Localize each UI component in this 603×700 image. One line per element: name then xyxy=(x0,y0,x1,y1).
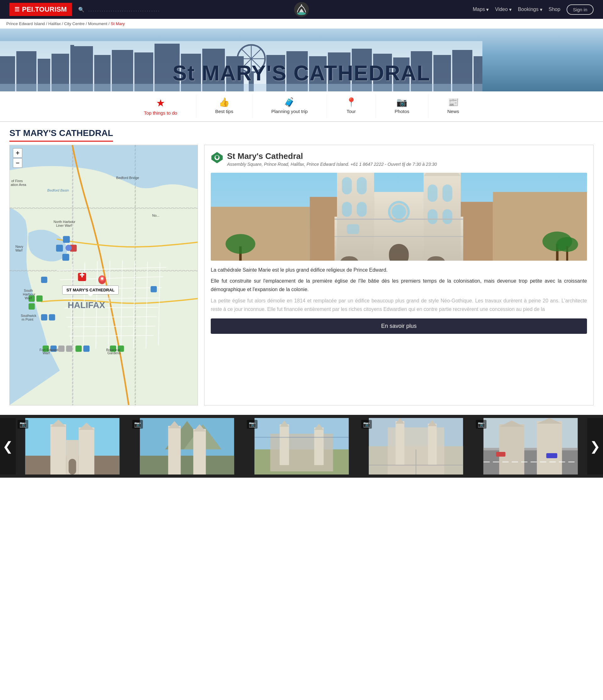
nav-video-arrow: ▾ xyxy=(509,7,511,12)
svg-rect-54 xyxy=(58,346,65,352)
map-marker-icon: 📍 xyxy=(346,97,357,107)
tab-photos[interactable]: 📷 Photos xyxy=(376,95,429,118)
search-icon: 🔍 xyxy=(78,7,84,12)
svg-rect-149 xyxy=(396,421,404,465)
svg-rect-89 xyxy=(211,207,310,261)
nav-shop-label: Shop xyxy=(549,7,560,12)
read-more-button[interactable]: En savoir plus xyxy=(211,319,587,334)
breadcrumb-monument[interactable]: Monument xyxy=(88,21,107,26)
svg-rect-112 xyxy=(427,185,437,202)
main-nav: Maps ▾ Video ▾ Bookings ▾ Shop Sign in xyxy=(473,4,594,15)
gallery-item[interactable]: 📷 xyxy=(359,418,473,475)
info-card-text-header: St Mary's Cathedral Assembly Square, Pri… xyxy=(227,151,437,168)
gallery-img-2 xyxy=(130,418,244,475)
hero-section: St MARY'S CATHEDRAL xyxy=(0,29,603,92)
zoom-in-button[interactable]: + xyxy=(13,148,22,158)
nav-shop[interactable]: Shop xyxy=(549,7,560,12)
logo-svg xyxy=(292,2,311,17)
svg-rect-65 xyxy=(81,273,83,277)
gallery-next-button[interactable]: ❯ xyxy=(587,418,603,475)
camera-overlay-icon-2: 📷 xyxy=(132,420,143,429)
info-card-description: La cathédrale Sainte Marie est le plus g… xyxy=(211,266,587,314)
svg-rect-134 xyxy=(168,426,181,475)
svg-rect-59 xyxy=(49,314,55,321)
breadcrumb: Prince Edward Island / Halifax / City Ce… xyxy=(0,19,603,29)
cathedral-illustration xyxy=(211,173,587,261)
nav-video-label: Video xyxy=(495,7,508,12)
svg-text:South: South xyxy=(24,289,33,292)
search-input[interactable] xyxy=(88,7,399,12)
gallery-prev-button[interactable]: ❮ xyxy=(0,418,16,475)
svg-rect-107 xyxy=(342,202,352,217)
star-icon: ★ xyxy=(156,97,165,109)
svg-rect-49 xyxy=(29,303,35,310)
map-marker-label: ST MARY'S CATHEDRAL xyxy=(62,285,118,295)
gallery-item[interactable]: 📷 xyxy=(245,418,358,475)
svg-rect-108 xyxy=(357,202,367,217)
gallery-item[interactable]: 📷 xyxy=(474,418,587,475)
tab-tour[interactable]: 📍 Tour xyxy=(327,95,376,118)
svg-text:Southwick: Southwick xyxy=(21,314,36,318)
svg-rect-164 xyxy=(547,453,557,458)
svg-text:Liner Warf: Liner Warf xyxy=(56,224,72,227)
svg-rect-145 xyxy=(254,437,349,438)
tab-news[interactable]: 📰 News xyxy=(428,95,478,118)
svg-text:HALIFAX: HALIFAX xyxy=(68,300,105,310)
svg-rect-40 xyxy=(56,245,63,252)
zoom-out-button[interactable]: − xyxy=(13,158,22,168)
gallery-item[interactable]: 📷 xyxy=(130,418,244,475)
svg-rect-126 xyxy=(78,427,94,475)
suitcase-icon: 🧳 xyxy=(284,97,295,107)
hero-title: St MARY'S CATHEDRAL xyxy=(172,60,430,92)
breadcrumb-sep1: / xyxy=(46,21,48,26)
svg-rect-115 xyxy=(443,209,453,224)
tab-best-tips[interactable]: 👍 Best tips xyxy=(196,95,252,118)
svg-rect-43 xyxy=(65,245,72,251)
svg-rect-150 xyxy=(428,424,437,465)
tab-top-things-label: Top things to do xyxy=(144,110,177,116)
svg-marker-111 xyxy=(424,173,461,176)
tab-top-things[interactable]: ★ Top things to do xyxy=(125,95,196,118)
cathedral-address: Assembly Square, Prince Road, Halifax, P… xyxy=(227,161,437,168)
menu-icon[interactable]: ☰ xyxy=(15,6,20,13)
sign-in-button[interactable]: Sign in xyxy=(567,4,594,15)
camera-overlay-icon-3: 📷 xyxy=(247,420,257,429)
breadcrumb-current: St Mary xyxy=(110,21,125,26)
svg-rect-39 xyxy=(63,236,70,243)
header: ☰ PEI.TOURISM 🔍 Maps ▾ Video ▾ Bookings … xyxy=(0,0,603,19)
svg-rect-114 xyxy=(427,209,437,224)
breadcrumb-pei[interactable]: Prince Edward Island xyxy=(6,21,45,26)
map-svg: Bedford Bridge Bedford Basin North Harbo… xyxy=(10,145,198,405)
breadcrumb-halifax[interactable]: Halifax xyxy=(48,21,61,26)
gallery-item[interactable]: 📷 xyxy=(16,418,129,475)
svg-rect-109 xyxy=(347,224,359,234)
breadcrumb-citycentre[interactable]: City Centre xyxy=(64,21,84,26)
svg-rect-58 xyxy=(41,314,47,321)
info-card-header: St Mary's Cathedral Assembly Square, Pri… xyxy=(211,151,587,168)
tab-planning[interactable]: 🧳 Planning yout trip xyxy=(252,95,327,118)
nav-maps[interactable]: Maps ▾ xyxy=(473,7,489,12)
svg-rect-56 xyxy=(75,346,82,352)
main-content: + − xyxy=(0,145,603,415)
brand-text: PEI.TOURISM xyxy=(22,5,67,14)
nav-video[interactable]: Video ▾ xyxy=(495,7,511,12)
svg-rect-136 xyxy=(193,429,206,475)
section-title: ST MARY'S CATHEDRAL xyxy=(9,128,113,142)
brand-logo[interactable]: ☰ PEI.TOURISM xyxy=(9,3,72,16)
svg-rect-48 xyxy=(36,296,43,302)
search-bar[interactable]: 🔍 xyxy=(78,7,467,12)
camera-overlay-icon-4: 📷 xyxy=(361,420,372,429)
svg-rect-157 xyxy=(484,448,578,450)
gallery-items: 📷 📷 xyxy=(16,418,587,475)
gallery-section: ❮ 📷 📷 xyxy=(0,415,603,478)
tab-news-label: News xyxy=(447,109,459,114)
tab-best-tips-label: Best tips xyxy=(215,109,233,114)
camera-icon: 📷 xyxy=(396,97,407,107)
svg-text:ation Area: ation Area xyxy=(11,183,26,186)
svg-text:Harbour: Harbour xyxy=(23,292,35,296)
svg-text:Gardens: Gardens xyxy=(107,351,121,355)
nav-bookings[interactable]: Bookings ▾ xyxy=(518,7,543,12)
svg-text:No...: No... xyxy=(152,214,159,217)
map-container[interactable]: + − xyxy=(9,145,198,405)
description-p2: Elle fut construite sur l'emplacement de… xyxy=(211,277,587,294)
